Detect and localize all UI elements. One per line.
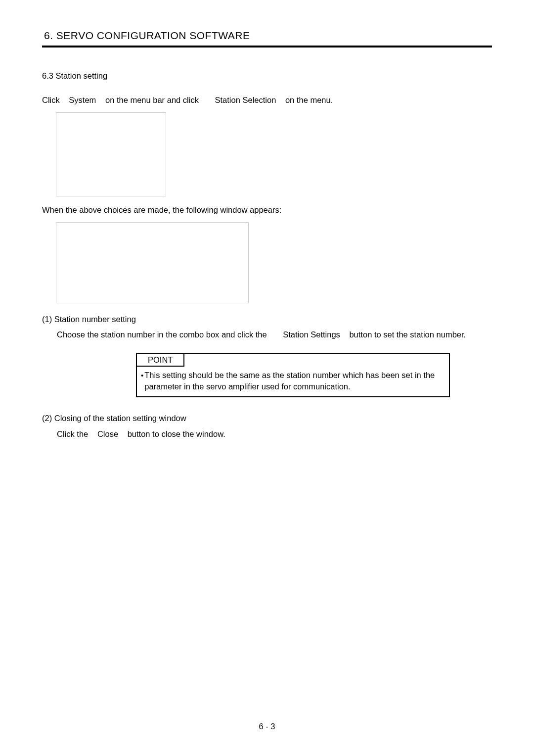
intro-p5: on the menu. — [285, 95, 333, 104]
page-number: 6 - 3 — [0, 722, 534, 731]
chapter-heading: 6. SERVO CONFIGURATION SOFTWARE — [42, 30, 492, 47]
window-screenshot-placeholder — [56, 222, 249, 303]
item-1-body: Choose the station number in the combo b… — [57, 329, 492, 341]
item2-body-p1: Click the — [57, 429, 88, 438]
item2-body-p2: Close — [97, 429, 118, 438]
intro-instruction: Click System on the menu bar and click S… — [42, 94, 492, 106]
after-image-text: When the above choices are made, the fol… — [42, 204, 492, 216]
item1-body-p1: Choose the station number in the combo b… — [57, 330, 267, 339]
intro-p4: Station Selection — [215, 95, 276, 104]
point-box: POINT • This setting should be the same … — [136, 353, 450, 397]
item-1-heading: (1) Station number setting — [42, 313, 492, 326]
menu-screenshot-placeholder — [56, 112, 166, 196]
bullet-dot-icon: • — [140, 370, 144, 392]
item-2-body: Click the Close button to close the wind… — [57, 428, 492, 441]
item-2-heading: (2) Closing of the station setting windo… — [42, 412, 492, 425]
section-heading: 6.3 Station setting — [42, 71, 492, 81]
item1-body-p2: Station Settings — [283, 330, 340, 339]
point-body-text: This setting should be the same as the s… — [144, 370, 444, 392]
intro-p2: System — [69, 95, 96, 104]
intro-p3: on the menu bar and click — [105, 95, 199, 104]
item2-body-p3: button to close the window. — [128, 429, 225, 438]
item1-body-p3: button to set the station number. — [349, 330, 466, 339]
point-label: POINT — [137, 354, 184, 367]
intro-p1: Click — [42, 95, 60, 104]
